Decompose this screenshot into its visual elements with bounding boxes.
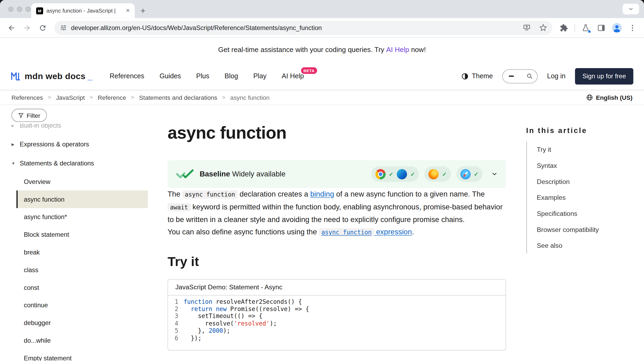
side-panel-button[interactable] xyxy=(594,21,609,35)
baseline-browser-pills: ✓✓✓✓ xyxy=(371,166,482,182)
toc-item-examples[interactable]: Examples xyxy=(527,190,638,206)
code-token: ); xyxy=(270,320,277,327)
language-switcher[interactable]: English (US) xyxy=(586,94,632,101)
site-settings-button[interactable] xyxy=(60,24,67,31)
toc-item-specifications[interactable]: Specifications xyxy=(527,206,638,222)
tryit-heading: Try it xyxy=(167,254,506,269)
browser-tab[interactable]: M async function - JavaScript | × xyxy=(31,3,135,18)
funnel-icon xyxy=(18,112,24,118)
article-main: async function Baseline Widely available… xyxy=(167,105,506,362)
triangle-down-icon: ▼ xyxy=(12,161,16,165)
inline-code: async function xyxy=(182,190,237,199)
theme-toggle[interactable]: Theme xyxy=(461,72,493,80)
code-token: }, xyxy=(184,327,209,334)
sidebar-item-async-function[interactable]: async function* xyxy=(16,208,148,226)
sidebar-list: ▶Built-in objects▶Expressions & operator… xyxy=(12,124,148,361)
sidebar-item-class[interactable]: class xyxy=(16,261,148,279)
extensions-button[interactable] xyxy=(557,21,571,35)
mdn-logo[interactable]: mdn web docs_ xyxy=(11,71,93,81)
sidebar-section-built-in-objects[interactable]: ▶Built-in objects xyxy=(12,124,148,135)
puzzle-icon xyxy=(560,24,568,32)
code-token: setTimeout(() => { xyxy=(184,313,262,319)
text-run: declaration creates a xyxy=(237,190,310,198)
code-token: new xyxy=(216,306,226,312)
interactive-demo: JavaScript Demo: Statement - Async 1func… xyxy=(167,279,506,351)
code-link-async-function[interactable]: async function xyxy=(319,228,374,236)
nav-item-plus[interactable]: Plus xyxy=(196,72,209,80)
sidebar-item-block-statement[interactable]: Block statement xyxy=(16,226,148,243)
code-token xyxy=(184,306,191,312)
sidebar-item-continue[interactable]: continue xyxy=(16,296,148,314)
reload-button[interactable] xyxy=(35,21,50,35)
toc-item-browser-compatibility[interactable]: Browser compatibility xyxy=(527,222,638,238)
star-icon xyxy=(539,24,547,32)
code-editor[interactable]: 1function resolveAfter2Seconds() {2 retu… xyxy=(168,295,506,350)
search-input[interactable] xyxy=(502,69,538,83)
install-app-button[interactable] xyxy=(520,21,533,34)
baseline-expand-button[interactable] xyxy=(491,171,498,177)
promo-banner: Get real-time assistance with your codin… xyxy=(0,38,644,62)
browser-support-pill: ✓ xyxy=(425,166,451,182)
minimize-window-button[interactable] xyxy=(17,6,22,12)
zoom-window-button[interactable] xyxy=(25,6,31,12)
nav-item-references[interactable]: References xyxy=(110,72,144,80)
sidebar-section-expressions-operators[interactable]: ▶Expressions & operators xyxy=(12,135,148,154)
forward-button[interactable] xyxy=(20,21,34,35)
bookmark-button[interactable] xyxy=(537,21,549,34)
nav-item-play[interactable]: Play xyxy=(253,72,266,80)
intro-paragraph: The async function declaration creates a… xyxy=(167,188,506,226)
breadcrumb-item-statements-and-declarations[interactable]: Statements and declarations xyxy=(139,94,217,101)
sidebar-section-label: Expressions & operators xyxy=(20,141,89,148)
breadcrumb-separator-icon: > xyxy=(90,94,93,101)
line-number: 4 xyxy=(168,320,184,327)
breadcrumb-item-reference[interactable]: Reference xyxy=(98,94,126,101)
text-run: keyword is permitted within the function… xyxy=(167,203,503,224)
sidebar-section-statements-declarations[interactable]: ▼Statements & declarations xyxy=(12,154,148,173)
signup-button[interactable]: Sign up for free xyxy=(575,68,633,84)
toc-item-syntax[interactable]: Syntax xyxy=(527,158,638,174)
nav-item-guides[interactable]: Guides xyxy=(159,72,181,80)
close-window-button[interactable] xyxy=(8,6,14,12)
breadcrumb-separator-icon: > xyxy=(222,94,225,101)
sidebar-item-empty-statement[interactable]: Empty statement xyxy=(16,349,148,361)
sidebar-section-label: Statements & declarations xyxy=(20,160,94,167)
sidebar-item-overview[interactable]: Overview xyxy=(16,173,148,190)
tab-search-button[interactable] xyxy=(623,4,639,14)
toc-item-try-it[interactable]: Try it xyxy=(527,142,638,158)
banner-ai-help-link[interactable]: AI Help xyxy=(386,46,409,54)
sidebar-item-do-while[interactable]: do...while xyxy=(16,332,148,349)
address-bar[interactable]: developer.allizom.org/en-US/docs/Web/Jav… xyxy=(54,21,552,35)
code-token: Promise((resolve) => { xyxy=(227,306,309,312)
support-check-icon: ✓ xyxy=(442,171,447,177)
toc-item-description[interactable]: Description xyxy=(527,173,638,190)
link-expression[interactable]: expression xyxy=(374,228,412,236)
breadcrumb-item-javascript[interactable]: JavaScript xyxy=(56,94,85,101)
sidebar-item-break[interactable]: break xyxy=(16,243,148,261)
toc-item-see-also[interactable]: See also xyxy=(527,238,638,254)
back-button[interactable] xyxy=(4,21,19,35)
profile-button[interactable] xyxy=(609,21,624,35)
menu-button[interactable] xyxy=(625,21,640,35)
breadcrumb-item-references[interactable]: References xyxy=(12,94,43,101)
nav-item-ai-help[interactable]: AI HelpBETA xyxy=(282,72,304,80)
line-number: 1 xyxy=(168,298,184,306)
support-check-icon: ✓ xyxy=(389,171,393,177)
breadcrumb-separator-icon: > xyxy=(131,94,134,101)
logo-text: mdn web docs xyxy=(25,71,86,81)
sidebar-filter-button[interactable]: Filter xyxy=(12,109,47,122)
sidebar-item-const[interactable]: const xyxy=(16,279,148,296)
nav-item-blog[interactable]: Blog xyxy=(225,72,238,80)
line-number: 5 xyxy=(168,327,184,335)
link-binding[interactable]: binding xyxy=(310,190,334,198)
toc-title: In this article xyxy=(526,126,638,135)
sidebar-item-async-function[interactable]: async function xyxy=(16,190,148,208)
new-tab-button[interactable]: + xyxy=(140,6,145,15)
labs-button[interactable] xyxy=(578,21,593,35)
sidebar-item-debugger[interactable]: debugger xyxy=(16,314,148,332)
breadcrumb-item-async-function[interactable]: async function xyxy=(230,94,270,101)
login-link[interactable]: Log in xyxy=(547,72,566,80)
tab-close-icon[interactable]: × xyxy=(125,8,130,14)
code-line: }); xyxy=(184,335,202,342)
window-controls xyxy=(8,6,31,12)
sidebar: Filter ▶Built-in objects▶Expressions & o… xyxy=(0,105,148,362)
